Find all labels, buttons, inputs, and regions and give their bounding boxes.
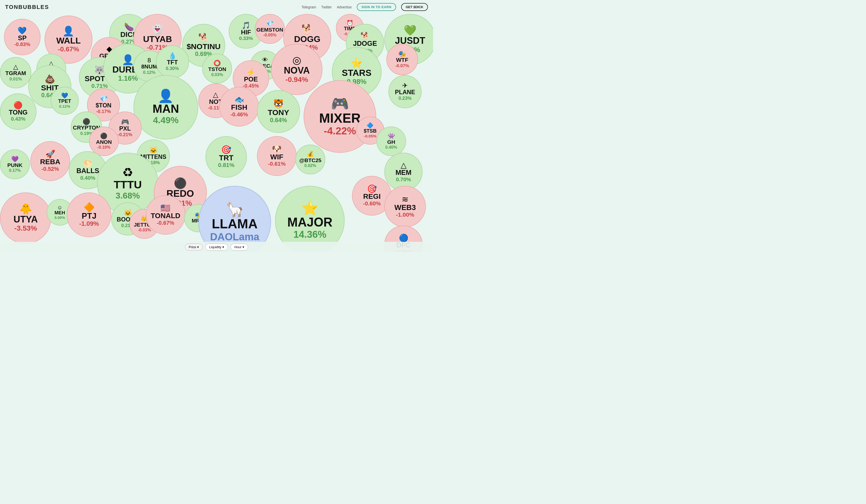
bubble-name-wtf: WTF xyxy=(396,57,408,63)
bubble-anon[interactable]: ⚫ ANON -0.10% xyxy=(89,126,119,156)
bubble-tston[interactable]: ⭕ TSTON 0.03% xyxy=(202,54,232,83)
bubble-icon-tony: 🐯 xyxy=(273,100,284,108)
bubble-pct-durev: 1.16% xyxy=(118,75,138,82)
bubble-plane[interactable]: ✈ PLANE 0.23% xyxy=(388,75,422,108)
bubble-icon-wall: 👤 xyxy=(63,26,74,36)
bubble-icon-tong: 🔴 xyxy=(13,102,23,109)
bubble-name-tston: TSTON xyxy=(208,66,226,72)
bubble-man[interactable]: 👤 MAN 4.49% xyxy=(133,75,198,139)
bubble-icon-utyab: 👻 xyxy=(152,25,164,34)
bubble-icon-mem: △ xyxy=(401,161,407,169)
bubble-pct-plane: 0.23% xyxy=(398,96,412,101)
bubble-tft[interactable]: 💧 TFT 0.30% xyxy=(156,45,189,78)
bubble-pct-tong: 0.43% xyxy=(11,116,25,122)
bubble-pct-anon: -0.10% xyxy=(97,145,111,149)
bubble-name-utya: UTYA xyxy=(13,214,38,225)
liquidity-button[interactable]: Liquidity ▾ xyxy=(205,244,228,251)
bubble-icon-reba: 🚀 xyxy=(45,150,55,158)
bubble-icon-durev: 👤 xyxy=(122,55,134,65)
bubble-name-tgram: TGRAM xyxy=(5,70,26,76)
nav-twitter[interactable]: Twitter xyxy=(321,5,332,9)
bubble-icon-crypton: ⚫ xyxy=(82,118,90,125)
hour-label: Hour xyxy=(234,245,242,249)
bubble-pct-wall: -0.67% xyxy=(58,46,79,53)
bubble-tonald[interactable]: 🇺🇸 TONALD -0.67% xyxy=(146,195,186,235)
bubble-trt[interactable]: 🎯 TRT 0.81% xyxy=(206,136,247,177)
nav-links: Telegram Twitter Advertise SIGN IN TO EA… xyxy=(302,3,428,11)
bubble-nova[interactable]: ◎ NOVA -0.94% xyxy=(271,44,322,95)
bubble-icon-gh: 👾 xyxy=(388,133,395,139)
bubble-sp[interactable]: 💙 SP -0.83% xyxy=(4,19,41,55)
bubble-name-reba: REBA xyxy=(40,158,60,166)
hour-chevron-icon: ▾ xyxy=(243,245,244,249)
bubble-name-trt: TRT xyxy=(219,154,234,162)
bubble-icon-8num: 8 xyxy=(147,57,151,64)
bubble-icon-shit: 💩 xyxy=(45,75,55,83)
bubble-icon-trt: 🎯 xyxy=(221,146,232,154)
bubble-name-8num: 8NUM xyxy=(141,64,157,70)
bubble-pct-pxl: -0.21% xyxy=(118,132,132,137)
bubble-name-llama: LLAMA xyxy=(212,217,257,231)
bubble-name-dogg: DOGG xyxy=(294,34,321,44)
bubble-icon-jdoge: 🐕 xyxy=(360,32,370,40)
liquidity-chevron-icon: ▾ xyxy=(222,245,224,249)
bubble-name-anon: ANON xyxy=(96,139,112,145)
bubble-pct-sp: -0.83% xyxy=(14,42,30,47)
bubble-reba[interactable]: 🚀 REBA -0.52% xyxy=(30,141,70,181)
bubble-pct-balls: 0.40% xyxy=(80,175,95,181)
bubble-name-stars: STARS xyxy=(342,68,371,78)
price-chevron-icon: ▾ xyxy=(197,245,199,249)
bubble-punk[interactable]: 💜 PUNK 0.17% xyxy=(0,149,30,179)
bubble-name-tonald: TONALD xyxy=(151,212,180,220)
bubble-gemston[interactable]: 💎 GEMSTON -0.05% xyxy=(255,14,285,44)
bubble-wif[interactable]: 🐶 WIF -0.61% xyxy=(257,136,297,176)
bubble-pct-gemston: -0.05% xyxy=(263,33,276,37)
bubble-icon-stsb: 🔷 xyxy=(367,123,374,128)
bubble-icon-man: 👤 xyxy=(158,90,174,103)
bubble-icon-balls: 🌕 xyxy=(83,160,92,167)
bubble-name-ston: $TON xyxy=(96,102,112,109)
bubble-pct-major: 14.36% xyxy=(293,229,326,240)
bubble-pct-regi: -0.60% xyxy=(363,201,381,207)
bubble-pct-tony: 0.64% xyxy=(270,117,287,124)
bubble-icon-fish: 🐟 xyxy=(234,96,244,104)
price-label: Price xyxy=(189,245,196,249)
bubble-pct-reba: -0.52% xyxy=(42,166,59,172)
hour-button[interactable]: Hour ▾ xyxy=(231,244,248,251)
bubble-mem[interactable]: △ MEM 0.70% xyxy=(384,153,422,191)
bubble-tpet[interactable]: 💙 TPET 0.12% xyxy=(51,87,79,115)
bubble-btc25[interactable]: 💰 @BTC25 0.02% xyxy=(296,145,325,174)
bubble-icon-dfc: 🔵 xyxy=(399,234,408,242)
bubble-utya[interactable]: 🐥 UTYA -3.53% xyxy=(0,193,51,244)
bubble-tony[interactable]: 🐯 TONY 0.64% xyxy=(257,90,300,133)
bubble-icon-jusdt: 💚 xyxy=(404,25,417,36)
nav-advertise[interactable]: Advertise xyxy=(337,5,352,9)
bubble-name-gemston: GEMSTON xyxy=(256,27,283,33)
bubble-pct-man: 4.49% xyxy=(153,115,179,125)
bubble-icon-web3: ≋ xyxy=(402,195,409,203)
bubble-icon-llama: 🦙 xyxy=(226,202,244,217)
bubble-ptj[interactable]: 🔶 PTJ -1.09% xyxy=(67,193,111,237)
bubble-name-fish: FISH xyxy=(231,104,247,112)
bubble-wtf[interactable]: 🎭 WTF -0.07% xyxy=(386,44,418,75)
bubble-name-wif: WIF xyxy=(270,153,283,161)
bubble-web3[interactable]: ≋ WEB3 -1.00% xyxy=(384,186,426,227)
bubble-name-pxl: PXL xyxy=(119,126,131,132)
bubble-icon-tston: ⭕ xyxy=(213,60,221,66)
bubble-pct-ptj: -1.09% xyxy=(79,220,99,227)
price-button[interactable]: Price ▾ xyxy=(185,244,203,251)
bubble-tong[interactable]: 🔴 TONG 0.43% xyxy=(0,93,36,130)
bubble-name-man: MAN xyxy=(153,103,179,115)
signin-button[interactable]: SIGN IN TO EARN xyxy=(357,3,396,11)
bubble-name-poe: POE xyxy=(244,76,258,83)
getdick-button[interactable]: GET $DICK xyxy=(401,3,428,11)
bubble-name-plane: PLANE xyxy=(395,89,415,96)
nav-telegram[interactable]: Telegram xyxy=(302,5,317,9)
bubble-tgram[interactable]: △ TGRAM 0.01% xyxy=(0,57,31,88)
bubble-name-btc25: @BTC25 xyxy=(299,157,321,163)
bubble-gh[interactable]: 👾 GH 0.40% xyxy=(376,126,406,156)
bubble-icon-redo: ⚫ xyxy=(174,178,187,188)
bubble-pct-jetton: -0.03% xyxy=(138,228,151,232)
bubble-pct-punk: 0.17% xyxy=(9,168,21,173)
bubble-fish[interactable]: 🐟 FISH -0.46% xyxy=(219,87,259,126)
